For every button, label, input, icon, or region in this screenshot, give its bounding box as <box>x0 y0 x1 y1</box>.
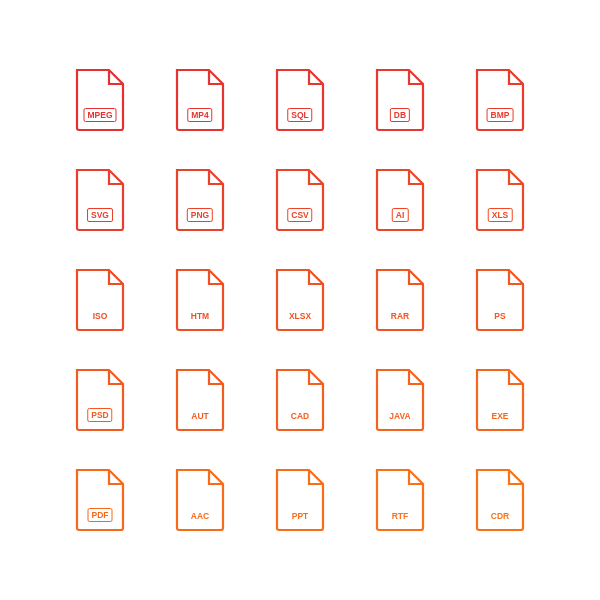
file-label-java: JAVA <box>386 410 413 422</box>
file-icon-cdr: CDR <box>455 455 545 545</box>
file-label-pdf: PDF <box>88 508 113 522</box>
file-label-exe: EXE <box>488 410 511 422</box>
file-label-iso: ISO <box>90 310 111 322</box>
file-icon-bmp: BMP <box>455 55 545 145</box>
file-icon-aac: AAC <box>155 455 245 545</box>
file-label-rtf: RTF <box>389 510 412 522</box>
file-label-mp4: MP4 <box>187 108 212 122</box>
file-icon-rtf: RTF <box>355 455 445 545</box>
file-label-mpeg: MPEG <box>83 108 116 122</box>
file-icon-ps: PS <box>455 255 545 345</box>
file-icon-iso: ISO <box>55 255 145 345</box>
file-label-psd: PSD <box>87 408 112 422</box>
file-icon-exe: EXE <box>455 355 545 445</box>
file-icon-sql: SQL <box>255 55 345 145</box>
file-icon-rar: RAR <box>355 255 445 345</box>
file-icon-xlsx: XLSX <box>255 255 345 345</box>
file-icon-png: PNG <box>155 155 245 245</box>
file-icon-xls: XLS <box>455 155 545 245</box>
icon-grid: MPEGMP4SQLDBBMPSVGPNGCSVAIXLSISOHTMXLSXR… <box>35 35 565 565</box>
file-label-rar: RAR <box>388 310 412 322</box>
file-icon-mpeg: MPEG <box>55 55 145 145</box>
file-label-csv: CSV <box>287 208 312 222</box>
file-label-bmp: BMP <box>487 108 514 122</box>
file-label-db: DB <box>390 108 410 122</box>
file-label-aut: AUT <box>188 410 211 422</box>
file-label-aac: AAC <box>188 510 212 522</box>
file-icon-svg: SVG <box>55 155 145 245</box>
file-label-ppt: PPT <box>289 510 312 522</box>
file-icon-pdf: PDF <box>55 455 145 545</box>
file-icon-mp4: MP4 <box>155 55 245 145</box>
file-icon-java: JAVA <box>355 355 445 445</box>
file-icon-csv: CSV <box>255 155 345 245</box>
file-icon-htm: HTM <box>155 255 245 345</box>
file-label-htm: HTM <box>188 310 212 322</box>
file-icon-cad: CAD <box>255 355 345 445</box>
file-label-ps: PS <box>491 310 508 322</box>
file-label-cdr: CDR <box>488 510 512 522</box>
file-label-ai: AI <box>392 208 409 222</box>
file-icon-ppt: PPT <box>255 455 345 545</box>
file-label-xls: XLS <box>488 208 513 222</box>
file-label-cad: CAD <box>288 410 312 422</box>
file-label-svg: SVG <box>87 208 113 222</box>
file-icon-db: DB <box>355 55 445 145</box>
file-label-sql: SQL <box>287 108 312 122</box>
file-icon-aut: AUT <box>155 355 245 445</box>
file-icon-psd: PSD <box>55 355 145 445</box>
file-label-xlsx: XLSX <box>286 310 314 322</box>
file-icon-ai: AI <box>355 155 445 245</box>
file-label-png: PNG <box>187 208 213 222</box>
